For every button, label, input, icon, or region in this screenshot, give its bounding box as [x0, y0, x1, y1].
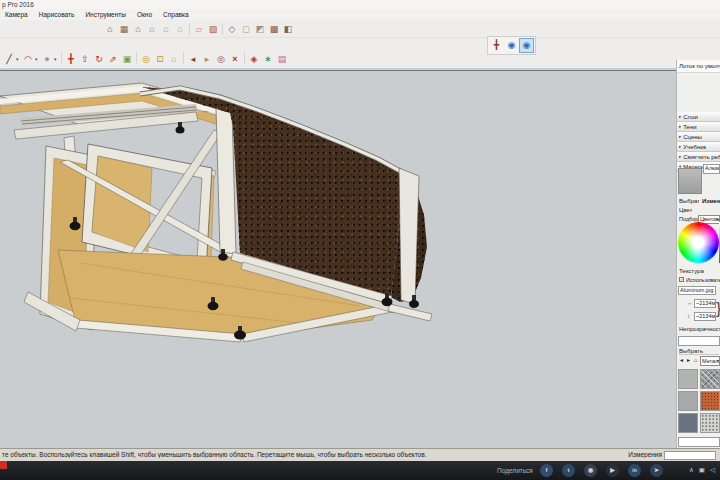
material-swatch-blue-steel[interactable] — [678, 413, 698, 433]
use-texture-label: Использовать изображение текстуры — [686, 277, 720, 283]
material-swatch-diamond-plate[interactable] — [700, 369, 720, 389]
panel-instructor[interactable]: ▸Учебник — [677, 142, 720, 152]
social-buttons: f t ◉ ▶ in ➤ — [540, 464, 663, 477]
toolbar-separator — [244, 52, 245, 64]
category-select[interactable]: Металл▾ — [700, 356, 720, 366]
rotate-tool-icon[interactable]: ↻ — [92, 52, 106, 66]
chevron-down-icon: ▾ — [717, 357, 719, 365]
view-left-icon[interactable]: ⌂ — [173, 22, 187, 36]
view-right-icon[interactable]: ⌂ — [145, 22, 159, 36]
orbit-icon[interactable]: ◉ — [504, 38, 519, 53]
menu-help[interactable]: Справка — [163, 11, 189, 18]
menu-tools[interactable]: Инструменты — [85, 11, 126, 18]
offset-tool-icon[interactable]: ▣ — [120, 52, 134, 66]
zoom-extents-tool-icon[interactable]: ⌂ — [167, 52, 181, 66]
linkedin-icon[interactable]: in — [628, 464, 641, 477]
toolbar-separator — [189, 23, 190, 35]
texture-file-field[interactable]: Aluminum.jpg — [678, 286, 716, 295]
telegram-icon[interactable]: ➤ — [650, 464, 663, 477]
chevron-right-icon: ▸ — [679, 144, 681, 149]
style-xray-icon[interactable]: ▱ — [192, 22, 206, 36]
speaker-icon[interactable]: ◁ — [710, 466, 715, 474]
youtube-icon[interactable]: ▶ — [606, 464, 619, 477]
texture-width-field[interactable]: ~2134мм — [694, 299, 716, 308]
material-swatch-aluminum[interactable] — [678, 369, 698, 389]
style-back-edges-icon[interactable]: ▨ — [206, 22, 220, 36]
look-around-icon[interactable]: ◉ — [519, 38, 534, 53]
section-plane-tool-icon[interactable]: ◈ — [247, 52, 261, 66]
chevron-right-icon: ▸ — [679, 124, 681, 129]
style-textured-icon[interactable]: ▩ — [267, 22, 281, 36]
twitter-icon[interactable]: t — [562, 464, 575, 477]
menu-camera[interactable]: Камера — [5, 11, 28, 18]
opacity-field[interactable] — [678, 336, 720, 346]
tab-select[interactable]: Выбрать — [679, 198, 699, 204]
material-swatch-copper[interactable] — [700, 391, 720, 411]
forward-arrow-icon[interactable]: ▸ — [685, 356, 692, 365]
scale-tool-icon[interactable]: ⇗ — [106, 52, 120, 66]
width-arrow-icon: ↔ — [687, 300, 693, 306]
display-icon[interactable]: ▣ — [699, 466, 705, 474]
toolbar-separator — [136, 52, 137, 64]
panel-shadows[interactable]: ▸Тени — [677, 122, 720, 132]
share-label: Поделиться — [497, 467, 533, 474]
style-shaded-icon[interactable]: ◩ — [253, 22, 267, 36]
zoom-window-tool-icon[interactable]: ⊡ — [153, 52, 167, 66]
camera-toolbar: ╋ ◉ ◉ — [487, 36, 536, 55]
panel-scenes[interactable]: ▸Сцены — [677, 132, 720, 142]
zoom-tool-icon[interactable]: ◎ — [139, 52, 153, 66]
next-view-icon[interactable]: ▸ — [200, 52, 214, 66]
measurements-label: Измерения — [628, 451, 662, 458]
status-hint: те объекты. Воспользуйтесь клавишей Shif… — [2, 451, 602, 458]
position-camera-icon[interactable]: ╋ — [489, 38, 504, 53]
chevron-up-icon[interactable]: ∧ — [689, 466, 694, 474]
use-texture-checkbox[interactable]: ✓ — [679, 277, 684, 282]
model-viewport[interactable] — [0, 68, 676, 448]
system-tray: ∧ ▣ ◁ — [689, 466, 715, 474]
zoom-selection-icon[interactable]: ◎ — [214, 52, 228, 66]
material-swatch-brushed-gray[interactable] — [678, 391, 698, 411]
style-monochrome-icon[interactable]: ◧ — [281, 22, 295, 36]
bottom-bar: Поделиться f t ◉ ▶ in ➤ ∧ ▣ ◁ — [0, 461, 720, 480]
dropdown-arrow-icon[interactable]: ▾ — [54, 52, 59, 66]
material-swatch-perforated[interactable] — [700, 413, 720, 433]
link-dimensions-icon[interactable]: } — [716, 300, 720, 318]
panel-layers[interactable]: ▸Слои — [677, 112, 720, 122]
toolbar-separator — [61, 52, 62, 64]
close-tool-icon[interactable]: × — [228, 52, 242, 66]
arc-tool-icon[interactable]: ◠ — [21, 52, 35, 66]
view-front-icon[interactable]: ⌂ — [131, 22, 145, 36]
back-arrow-icon[interactable]: ◂ — [678, 356, 685, 365]
add-location-tool-icon[interactable]: ∗ — [261, 52, 275, 66]
toolbar-separator — [183, 52, 184, 64]
facebook-icon[interactable]: f — [540, 464, 553, 477]
material-search-field[interactable] — [678, 437, 720, 447]
view-back-icon[interactable]: ⌂ — [159, 22, 173, 36]
color-section-label: Цвет — [679, 207, 692, 213]
opacity-section-label: Непрозрачность — [679, 326, 720, 332]
style-wireframe-icon[interactable]: ◇ — [225, 22, 239, 36]
chevron-right-icon: ▸ — [679, 114, 681, 119]
style-hidden-line-icon[interactable]: ◻ — [239, 22, 253, 36]
color-wheel[interactable] — [678, 222, 719, 263]
paint-tool-icon[interactable]: ▤ — [275, 52, 289, 66]
record-indicator — [0, 461, 7, 469]
height-arrow-icon: ↕ — [687, 313, 690, 319]
instagram-icon[interactable]: ◉ — [584, 464, 597, 477]
status-bar: те объекты. Воспользуйтесь клавишей Shif… — [0, 448, 720, 461]
menu-draw[interactable]: Нарисовать — [39, 11, 75, 18]
panel-soften-edges[interactable]: ▸Смягчить ребра — [677, 152, 720, 162]
measurements-input[interactable] — [664, 451, 716, 460]
in-model-icon[interactable]: ⌂ — [692, 356, 699, 365]
push-pull-tool-icon[interactable]: ⇧ — [78, 52, 92, 66]
menu-window[interactable]: Окно — [137, 11, 152, 18]
move-tool-icon[interactable]: ╋ — [64, 52, 78, 66]
view-top-icon[interactable]: ▦ — [117, 22, 131, 36]
previous-view-icon[interactable]: ◂ — [186, 52, 200, 66]
shape-tool-icon[interactable]: ● — [40, 52, 54, 66]
texture-height-field[interactable]: ~2134мм — [694, 312, 716, 321]
line-tool-icon[interactable]: ╱ — [2, 52, 16, 66]
view-iso-icon[interactable]: ⌂ — [103, 22, 117, 36]
material-name-field[interactable]: Алюминий — [703, 164, 720, 174]
tab-edit[interactable]: Изменить — [702, 198, 720, 204]
